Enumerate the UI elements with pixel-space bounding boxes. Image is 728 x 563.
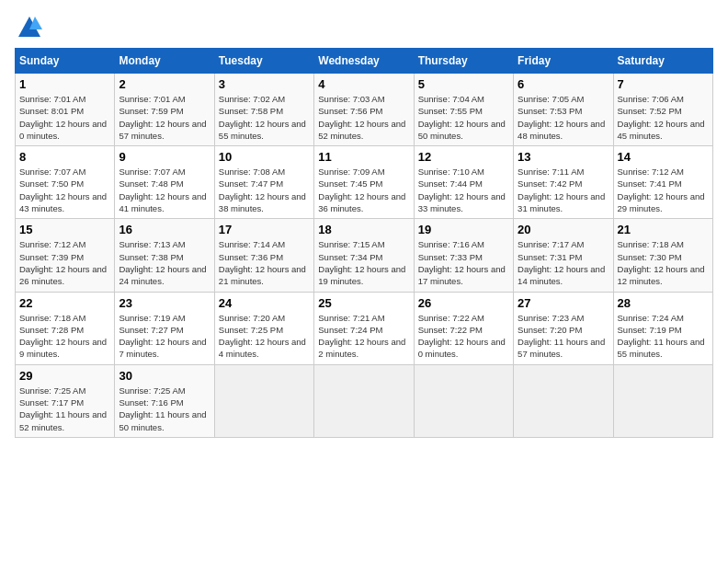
calendar-cell: 14Sunrise: 7:12 AM Sunset: 7:41 PM Dayli… <box>613 146 712 219</box>
calendar-cell: 3Sunrise: 7:02 AM Sunset: 7:58 PM Daylig… <box>214 74 313 146</box>
calendar-cell: 9Sunrise: 7:07 AM Sunset: 7:48 PM Daylig… <box>115 146 214 219</box>
day-info: Sunrise: 7:25 AM Sunset: 7:16 PM Dayligh… <box>119 385 210 433</box>
header-row: SundayMondayTuesdayWednesdayThursdayFrid… <box>16 49 713 74</box>
day-number: 16 <box>119 223 210 236</box>
calendar-cell: 16Sunrise: 7:13 AM Sunset: 7:38 PM Dayli… <box>115 219 214 292</box>
day-number: 28 <box>618 296 709 310</box>
day-info: Sunrise: 7:18 AM Sunset: 7:30 PM Dayligh… <box>618 238 709 287</box>
calendar-cell: 21Sunrise: 7:18 AM Sunset: 7:30 PM Dayli… <box>613 219 712 292</box>
day-info: Sunrise: 7:16 AM Sunset: 7:33 PM Dayligh… <box>418 238 509 287</box>
calendar-cell: 23Sunrise: 7:19 AM Sunset: 7:27 PM Dayli… <box>115 292 214 364</box>
day-number: 12 <box>418 150 509 164</box>
calendar-cell <box>214 364 313 437</box>
day-info: Sunrise: 7:20 AM Sunset: 7:25 PM Dayligh… <box>219 312 310 361</box>
day-info: Sunrise: 7:06 AM Sunset: 7:52 PM Dayligh… <box>618 93 709 142</box>
day-info: Sunrise: 7:17 AM Sunset: 7:31 PM Dayligh… <box>518 238 609 287</box>
calendar-cell: 13Sunrise: 7:11 AM Sunset: 7:42 PM Dayli… <box>514 146 613 219</box>
day-number: 25 <box>318 296 409 310</box>
day-number: 29 <box>19 369 110 383</box>
day-header-tuesday: Tuesday <box>214 49 313 74</box>
day-info: Sunrise: 7:13 AM Sunset: 7:38 PM Dayligh… <box>119 238 210 287</box>
calendar-cell: 28Sunrise: 7:24 AM Sunset: 7:19 PM Dayli… <box>613 292 712 364</box>
day-info: Sunrise: 7:02 AM Sunset: 7:58 PM Dayligh… <box>219 93 310 142</box>
day-info: Sunrise: 7:19 AM Sunset: 7:27 PM Dayligh… <box>119 312 210 361</box>
calendar-cell: 2Sunrise: 7:01 AM Sunset: 7:59 PM Daylig… <box>115 74 214 146</box>
day-number: 3 <box>219 77 310 91</box>
week-row-2: 8Sunrise: 7:07 AM Sunset: 7:50 PM Daylig… <box>16 146 713 219</box>
calendar-cell: 22Sunrise: 7:18 AM Sunset: 7:28 PM Dayli… <box>16 292 115 364</box>
day-number: 11 <box>318 150 409 164</box>
day-number: 15 <box>19 223 110 236</box>
calendar-cell: 20Sunrise: 7:17 AM Sunset: 7:31 PM Dayli… <box>514 219 613 292</box>
day-info: Sunrise: 7:25 AM Sunset: 7:17 PM Dayligh… <box>19 385 110 433</box>
page-header <box>15 15 713 40</box>
week-row-1: 1Sunrise: 7:01 AM Sunset: 8:01 PM Daylig… <box>16 74 713 146</box>
day-number: 24 <box>219 296 310 310</box>
day-number: 5 <box>418 77 509 91</box>
day-info: Sunrise: 7:07 AM Sunset: 7:48 PM Dayligh… <box>119 166 210 214</box>
day-number: 4 <box>318 77 409 91</box>
calendar-cell <box>613 364 712 437</box>
day-info: Sunrise: 7:21 AM Sunset: 7:24 PM Dayligh… <box>318 312 409 361</box>
calendar-cell: 18Sunrise: 7:15 AM Sunset: 7:34 PM Dayli… <box>314 219 414 292</box>
day-header-friday: Friday <box>514 49 613 74</box>
calendar-cell: 30Sunrise: 7:25 AM Sunset: 7:16 PM Dayli… <box>115 364 214 437</box>
day-header-thursday: Thursday <box>414 49 513 74</box>
calendar-cell: 7Sunrise: 7:06 AM Sunset: 7:52 PM Daylig… <box>613 74 712 146</box>
calendar-cell: 6Sunrise: 7:05 AM Sunset: 7:53 PM Daylig… <box>514 74 613 146</box>
day-info: Sunrise: 7:18 AM Sunset: 7:28 PM Dayligh… <box>19 312 110 361</box>
day-info: Sunrise: 7:15 AM Sunset: 7:34 PM Dayligh… <box>318 238 409 287</box>
day-number: 2 <box>119 77 210 91</box>
calendar-cell: 25Sunrise: 7:21 AM Sunset: 7:24 PM Dayli… <box>314 292 414 364</box>
day-info: Sunrise: 7:10 AM Sunset: 7:44 PM Dayligh… <box>418 166 509 214</box>
logo-icon <box>17 15 42 40</box>
day-number: 13 <box>518 150 609 164</box>
day-number: 27 <box>518 296 609 310</box>
day-info: Sunrise: 7:22 AM Sunset: 7:22 PM Dayligh… <box>418 312 509 361</box>
day-header-saturday: Saturday <box>613 49 712 74</box>
calendar-cell: 1Sunrise: 7:01 AM Sunset: 8:01 PM Daylig… <box>16 74 115 146</box>
day-number: 18 <box>318 223 409 236</box>
day-number: 19 <box>418 223 509 236</box>
day-header-sunday: Sunday <box>16 49 115 74</box>
calendar-cell: 5Sunrise: 7:04 AM Sunset: 7:55 PM Daylig… <box>414 74 513 146</box>
calendar-cell: 4Sunrise: 7:03 AM Sunset: 7:56 PM Daylig… <box>314 74 414 146</box>
day-info: Sunrise: 7:01 AM Sunset: 8:01 PM Dayligh… <box>19 93 110 142</box>
day-number: 21 <box>618 223 709 236</box>
day-number: 9 <box>119 150 210 164</box>
day-info: Sunrise: 7:05 AM Sunset: 7:53 PM Dayligh… <box>518 93 609 142</box>
week-row-5: 29Sunrise: 7:25 AM Sunset: 7:17 PM Dayli… <box>16 364 713 437</box>
day-header-monday: Monday <box>115 49 214 74</box>
calendar-cell: 19Sunrise: 7:16 AM Sunset: 7:33 PM Dayli… <box>414 219 513 292</box>
day-number: 8 <box>19 150 110 164</box>
calendar-cell <box>414 364 513 437</box>
day-info: Sunrise: 7:14 AM Sunset: 7:36 PM Dayligh… <box>219 238 310 287</box>
calendar-cell: 29Sunrise: 7:25 AM Sunset: 7:17 PM Dayli… <box>16 364 115 437</box>
day-number: 10 <box>219 150 310 164</box>
day-info: Sunrise: 7:08 AM Sunset: 7:47 PM Dayligh… <box>219 166 310 214</box>
calendar-cell: 10Sunrise: 7:08 AM Sunset: 7:47 PM Dayli… <box>214 146 313 219</box>
logo <box>15 15 42 40</box>
calendar-cell: 15Sunrise: 7:12 AM Sunset: 7:39 PM Dayli… <box>16 219 115 292</box>
day-number: 22 <box>19 296 110 310</box>
calendar-cell: 8Sunrise: 7:07 AM Sunset: 7:50 PM Daylig… <box>16 146 115 219</box>
calendar-cell: 17Sunrise: 7:14 AM Sunset: 7:36 PM Dayli… <box>214 219 313 292</box>
day-info: Sunrise: 7:03 AM Sunset: 7:56 PM Dayligh… <box>318 93 409 142</box>
calendar-cell: 27Sunrise: 7:23 AM Sunset: 7:20 PM Dayli… <box>514 292 613 364</box>
day-number: 7 <box>618 77 709 91</box>
day-number: 6 <box>518 77 609 91</box>
day-info: Sunrise: 7:09 AM Sunset: 7:45 PM Dayligh… <box>318 166 409 214</box>
day-info: Sunrise: 7:24 AM Sunset: 7:19 PM Dayligh… <box>618 312 709 361</box>
calendar-cell <box>314 364 414 437</box>
calendar-cell: 12Sunrise: 7:10 AM Sunset: 7:44 PM Dayli… <box>414 146 513 219</box>
day-info: Sunrise: 7:04 AM Sunset: 7:55 PM Dayligh… <box>418 93 509 142</box>
day-number: 30 <box>119 369 210 383</box>
week-row-4: 22Sunrise: 7:18 AM Sunset: 7:28 PM Dayli… <box>16 292 713 364</box>
day-number: 26 <box>418 296 509 310</box>
day-header-wednesday: Wednesday <box>314 49 414 74</box>
calendar-cell: 26Sunrise: 7:22 AM Sunset: 7:22 PM Dayli… <box>414 292 513 364</box>
day-number: 14 <box>618 150 709 164</box>
day-number: 23 <box>119 296 210 310</box>
calendar-cell <box>514 364 613 437</box>
day-info: Sunrise: 7:11 AM Sunset: 7:42 PM Dayligh… <box>518 166 609 214</box>
